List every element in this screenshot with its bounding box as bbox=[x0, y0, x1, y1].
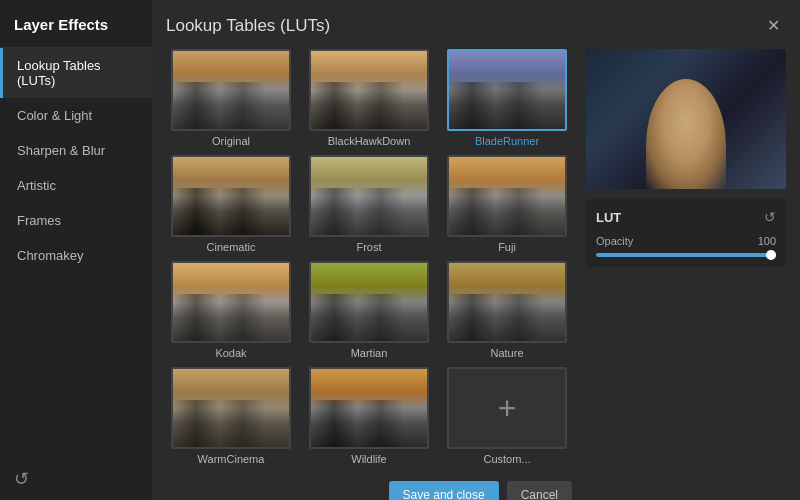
lut-item-bladerunner[interactable]: BladeRunner bbox=[442, 49, 572, 147]
lut-item-martian[interactable]: Martian bbox=[304, 261, 434, 359]
sidebar-title: Layer Effects bbox=[0, 0, 152, 48]
lut-label-original: Original bbox=[212, 135, 250, 147]
opacity-slider-container[interactable] bbox=[596, 253, 776, 257]
sidebar-item-sharpen[interactable]: Sharpen & Blur bbox=[0, 133, 152, 168]
lut-label-fuji: Fuji bbox=[498, 241, 516, 253]
lut-item-kodak[interactable]: Kodak bbox=[166, 261, 296, 359]
lut-item-original[interactable]: Original bbox=[166, 49, 296, 147]
lut-add-thumb: + bbox=[447, 367, 567, 449]
lut-thumb-kodak bbox=[171, 261, 291, 343]
sidebar-item-lut[interactable]: Lookup Tables (LUTs) bbox=[0, 48, 152, 98]
lut-label-blackhawkdown: BlackHawkDown bbox=[328, 135, 411, 147]
lut-label-custom: Custom... bbox=[483, 453, 530, 465]
lut-label-warmcinema: WarmCinema bbox=[198, 453, 265, 465]
opacity-slider-thumb[interactable] bbox=[766, 250, 776, 260]
lut-item-cinematic[interactable]: Cinematic bbox=[166, 155, 296, 253]
lut-item-frost[interactable]: Frost bbox=[304, 155, 434, 253]
opacity-value: 100 bbox=[758, 235, 776, 247]
lut-item-blackhawkdown[interactable]: BlackHawkDown bbox=[304, 49, 434, 147]
sidebar: Layer Effects Lookup Tables (LUTs) Color… bbox=[0, 0, 152, 500]
lut-thumb-nature bbox=[447, 261, 567, 343]
lut-thumb-martian bbox=[309, 261, 429, 343]
lut-grid: Original BlackHawkDown Bla bbox=[166, 49, 572, 465]
lut-thumb-original bbox=[171, 49, 291, 131]
lut-grid-container: Original BlackHawkDown Bla bbox=[166, 49, 572, 500]
sidebar-footer: ↺ bbox=[0, 458, 152, 500]
lut-item-wildlife[interactable]: Wildlife bbox=[304, 367, 434, 465]
lut-label-frost: Frost bbox=[356, 241, 381, 253]
reset-icon[interactable]: ↺ bbox=[14, 469, 29, 489]
cancel-button[interactable]: Cancel bbox=[507, 481, 572, 500]
lut-label-wildlife: Wildlife bbox=[351, 453, 386, 465]
lut-item-nature[interactable]: Nature bbox=[442, 261, 572, 359]
lut-label-bladerunner: BladeRunner bbox=[475, 135, 539, 147]
opacity-slider-track bbox=[596, 253, 776, 257]
lut-label-martian: Martian bbox=[351, 347, 388, 359]
lut-controls-title: LUT bbox=[596, 210, 621, 225]
bottom-bar: Save and close Cancel bbox=[166, 473, 572, 500]
main-container: Layer Effects Lookup Tables (LUTs) Color… bbox=[0, 0, 800, 500]
save-button[interactable]: Save and close bbox=[389, 481, 499, 500]
lut-item-fuji[interactable]: Fuji bbox=[442, 155, 572, 253]
lut-thumb-cinematic bbox=[171, 155, 291, 237]
lut-controls-header: LUT ↺ bbox=[596, 209, 776, 225]
sidebar-item-color[interactable]: Color & Light bbox=[0, 98, 152, 133]
lut-thumb-wildlife bbox=[309, 367, 429, 449]
add-icon: + bbox=[498, 390, 517, 427]
lut-thumb-warmcinema bbox=[171, 367, 291, 449]
sidebar-item-frames[interactable]: Frames bbox=[0, 203, 152, 238]
lut-label-cinematic: Cinematic bbox=[207, 241, 256, 253]
content-area: Original BlackHawkDown Bla bbox=[166, 49, 786, 500]
lut-thumb-frost bbox=[309, 155, 429, 237]
opacity-label: Opacity bbox=[596, 235, 633, 247]
preview-image bbox=[586, 49, 786, 189]
opacity-row: Opacity 100 bbox=[596, 235, 776, 247]
sidebar-item-artistic[interactable]: Artistic bbox=[0, 168, 152, 203]
lut-controls: LUT ↺ Opacity 100 bbox=[586, 199, 786, 267]
content-header: Lookup Tables (LUTs) ✕ bbox=[166, 14, 786, 37]
lut-reset-button[interactable]: ↺ bbox=[764, 209, 776, 225]
lut-thumb-blackhawk bbox=[309, 49, 429, 131]
lut-label-nature: Nature bbox=[490, 347, 523, 359]
right-panel: LUT ↺ Opacity 100 bbox=[586, 49, 786, 500]
lut-item-custom[interactable]: + Custom... bbox=[442, 367, 572, 465]
main-content: Lookup Tables (LUTs) ✕ Original bbox=[152, 0, 800, 500]
close-button[interactable]: ✕ bbox=[761, 14, 786, 37]
lut-thumb-bladerunner bbox=[447, 49, 567, 131]
lut-label-kodak: Kodak bbox=[215, 347, 246, 359]
lut-item-warmcinema[interactable]: WarmCinema bbox=[166, 367, 296, 465]
lut-thumb-fuji bbox=[447, 155, 567, 237]
page-title: Lookup Tables (LUTs) bbox=[166, 16, 330, 36]
sidebar-item-chromakey[interactable]: Chromakey bbox=[0, 238, 152, 273]
